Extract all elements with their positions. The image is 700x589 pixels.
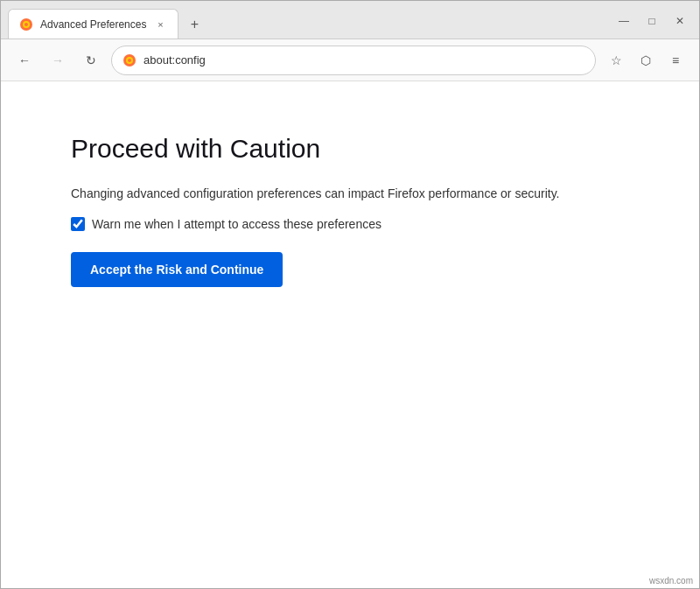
page-description: Changing advanced configuration preferen… <box>71 185 629 203</box>
page-content: Proceed with Caution Changing advanced c… <box>1 81 699 588</box>
warn-checkbox[interactable] <box>71 217 85 231</box>
warn-checkbox-row: Warn me when I attempt to access these p… <box>71 217 629 231</box>
window-controls: — □ ✕ <box>612 9 692 33</box>
svg-point-2 <box>24 23 28 26</box>
maximize-button[interactable]: □ <box>640 9 664 33</box>
forward-button[interactable]: → <box>45 47 71 74</box>
back-button[interactable]: ← <box>11 47 38 74</box>
navigation-bar: ← → ↻ ☆ ⬡ ≡ <box>1 39 699 81</box>
menu-icon[interactable]: ≡ <box>662 47 689 74</box>
close-button[interactable]: ✕ <box>668 9 692 33</box>
tab-title: Advanced Preferences <box>40 18 146 31</box>
warn-checkbox-label[interactable]: Warn me when I attempt to access these p… <box>92 217 382 231</box>
refresh-button[interactable]: ↻ <box>78 47 104 74</box>
pocket-icon[interactable]: ⬡ <box>633 47 659 74</box>
tab-favicon <box>19 18 33 32</box>
address-bar-container[interactable] <box>111 46 596 75</box>
address-input[interactable] <box>144 53 584 67</box>
svg-point-5 <box>128 59 131 62</box>
title-bar: Advanced Preferences × + — □ ✕ <box>1 1 699 39</box>
page-heading: Proceed with Caution <box>71 134 629 164</box>
tab-strip: Advanced Preferences × + <box>8 9 605 39</box>
accept-risk-button[interactable]: Accept the Risk and Continue <box>71 252 283 287</box>
firefox-logo-icon <box>122 53 136 67</box>
nav-icons: ☆ ⬡ ≡ <box>603 47 689 74</box>
browser-window: Advanced Preferences × + — □ ✕ ← → ↻ ☆ ⬡ <box>0 0 700 589</box>
minimize-button[interactable]: — <box>612 9 636 33</box>
active-tab[interactable]: Advanced Preferences × <box>8 9 178 39</box>
bookmark-icon[interactable]: ☆ <box>603 47 629 74</box>
watermark: wsxdn.com <box>649 576 693 585</box>
tab-close-button[interactable]: × <box>153 18 167 32</box>
new-tab-button[interactable]: + <box>182 12 206 37</box>
